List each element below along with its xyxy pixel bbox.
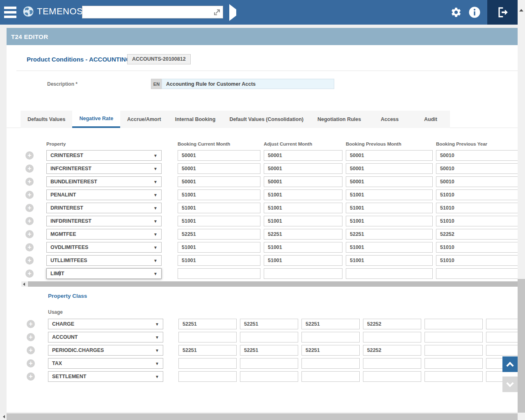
- usage-value-input[interactable]: [301, 319, 360, 329]
- scrollbar-thumb[interactable]: [518, 279, 525, 413]
- usage-value-input[interactable]: [363, 371, 421, 382]
- usage-value-input[interactable]: [363, 332, 421, 342]
- adjust-current-month-input[interactable]: [264, 203, 342, 213]
- search-input[interactable]: [82, 6, 213, 18]
- booking-previous-month-input[interactable]: [346, 150, 433, 161]
- usage-select[interactable]: TAX ▼: [48, 358, 163, 369]
- booking-previous-year-input[interactable]: [436, 150, 518, 161]
- add-row-button[interactable]: +: [25, 243, 34, 251]
- adjust-current-month-input[interactable]: [264, 229, 342, 240]
- tab-access[interactable]: Access: [368, 111, 411, 128]
- usage-select[interactable]: PERIODIC.CHARGES ▼: [48, 345, 163, 356]
- add-row-button[interactable]: +: [25, 217, 34, 225]
- tab-accrue-amort[interactable]: Accrue/Amort: [120, 111, 168, 128]
- scroll-up-button[interactable]: [502, 356, 518, 372]
- property-select[interactable]: UTLLIMITFEES ▼: [46, 255, 162, 266]
- launch-arrow-icon[interactable]: [213, 9, 221, 16]
- property-select[interactable]: MGMTFEE ▼: [46, 229, 162, 240]
- tab-internal-booking[interactable]: Internal Booking: [168, 111, 223, 128]
- add-row-button[interactable]: +: [25, 164, 34, 173]
- booking-previous-year-input[interactable]: [436, 229, 518, 240]
- add-row-button[interactable]: +: [27, 320, 35, 328]
- info-button[interactable]: [468, 6, 482, 19]
- property-select[interactable]: CRINTEREST ▼: [46, 150, 162, 161]
- tab-defaults-values[interactable]: Defaults Values: [21, 111, 72, 128]
- scroll-left-button[interactable]: [1, 414, 7, 420]
- booking-previous-year-input[interactable]: [436, 216, 518, 226]
- add-row-button[interactable]: +: [27, 333, 35, 341]
- tab-audit[interactable]: Audit: [411, 111, 450, 128]
- booking-previous-year-input[interactable]: [436, 189, 518, 200]
- scroll-up-icon[interactable]: [519, 9, 523, 11]
- booking-previous-month-input[interactable]: [346, 255, 433, 266]
- usage-value-input[interactable]: [301, 345, 360, 356]
- usage-value-input[interactable]: [178, 358, 237, 369]
- usage-value-input[interactable]: [425, 371, 483, 382]
- description-input[interactable]: [162, 79, 334, 89]
- booking-previous-year-input[interactable]: [436, 242, 518, 253]
- usage-value-input[interactable]: [425, 319, 483, 329]
- booking-previous-year-input[interactable]: [436, 163, 518, 174]
- add-row-button[interactable]: +: [25, 256, 34, 265]
- settings-button[interactable]: [449, 6, 463, 19]
- add-row-button[interactable]: +: [27, 372, 35, 381]
- usage-value-input[interactable]: [301, 371, 360, 382]
- adjust-current-month-input[interactable]: [264, 255, 342, 266]
- booking-previous-year-input[interactable]: [436, 268, 518, 279]
- add-row-button[interactable]: +: [25, 151, 34, 160]
- table-horizontal-scrollbar[interactable]: [21, 281, 518, 287]
- usage-value-input[interactable]: [240, 345, 298, 356]
- usage-value-input[interactable]: [425, 358, 483, 369]
- usage-value-input[interactable]: [178, 319, 237, 329]
- add-row-button[interactable]: +: [25, 269, 34, 278]
- vertical-scrollbar[interactable]: [518, 0, 525, 420]
- usage-value-input[interactable]: [301, 358, 360, 369]
- usage-value-input[interactable]: [486, 345, 518, 356]
- booking-previous-year-input[interactable]: [436, 203, 518, 213]
- add-row-button[interactable]: +: [25, 191, 34, 199]
- booking-previous-month-input[interactable]: [346, 189, 433, 200]
- tab-default-values-consolidation[interactable]: Default Values (Consolidation): [222, 111, 310, 128]
- usage-value-input[interactable]: [363, 358, 421, 369]
- booking-current-month-input[interactable]: [178, 203, 260, 213]
- scrollbar-thumb[interactable]: [7, 413, 518, 420]
- usage-value-input[interactable]: [363, 319, 421, 329]
- booking-previous-month-input[interactable]: [346, 229, 433, 240]
- booking-current-month-input[interactable]: [178, 229, 260, 240]
- usage-select[interactable]: ACCOUNT ▼: [48, 332, 163, 342]
- booking-previous-month-input[interactable]: [346, 163, 433, 174]
- usage-value-input[interactable]: [363, 345, 421, 356]
- booking-current-month-input[interactable]: [178, 150, 260, 161]
- booking-previous-month-input[interactable]: [346, 268, 433, 279]
- booking-current-month-input[interactable]: [178, 216, 260, 226]
- usage-select[interactable]: CHARGE ▼: [48, 319, 163, 329]
- booking-current-month-input[interactable]: [178, 268, 260, 279]
- booking-previous-year-input[interactable]: [436, 176, 518, 187]
- usage-value-input[interactable]: [178, 332, 237, 342]
- booking-current-month-input[interactable]: [178, 176, 260, 187]
- property-select[interactable]: BUNDLEINTEREST ▼: [46, 176, 162, 187]
- property-select[interactable]: INFCRINTEREST ▼: [46, 163, 162, 174]
- property-select[interactable]: LIMIT ▼: [46, 268, 162, 279]
- booking-previous-month-input[interactable]: [346, 242, 433, 253]
- usage-select[interactable]: SETTLEMENT ▼: [48, 371, 163, 382]
- adjust-current-month-input[interactable]: [264, 150, 342, 161]
- scroll-left-button[interactable]: [21, 281, 27, 287]
- usage-value-input[interactable]: [178, 345, 237, 356]
- adjust-current-month-input[interactable]: [264, 189, 342, 200]
- booking-previous-year-input[interactable]: [436, 255, 518, 266]
- tab-negotiation-rules[interactable]: Negotiation Rules: [310, 111, 368, 128]
- adjust-current-month-input[interactable]: [264, 268, 342, 279]
- property-select[interactable]: DRINTEREST ▼: [46, 203, 162, 213]
- usage-value-input[interactable]: [425, 345, 483, 356]
- usage-value-input[interactable]: [240, 332, 298, 342]
- booking-previous-month-input[interactable]: [346, 216, 433, 226]
- usage-value-input[interactable]: [240, 371, 298, 382]
- adjust-current-month-input[interactable]: [264, 176, 342, 187]
- booking-previous-month-input[interactable]: [346, 176, 433, 187]
- booking-current-month-input[interactable]: [178, 242, 260, 253]
- adjust-current-month-input[interactable]: [264, 216, 342, 226]
- property-select[interactable]: INFDRINTEREST ▼: [46, 216, 162, 226]
- usage-value-input[interactable]: [425, 332, 483, 342]
- booking-current-month-input[interactable]: [178, 163, 260, 174]
